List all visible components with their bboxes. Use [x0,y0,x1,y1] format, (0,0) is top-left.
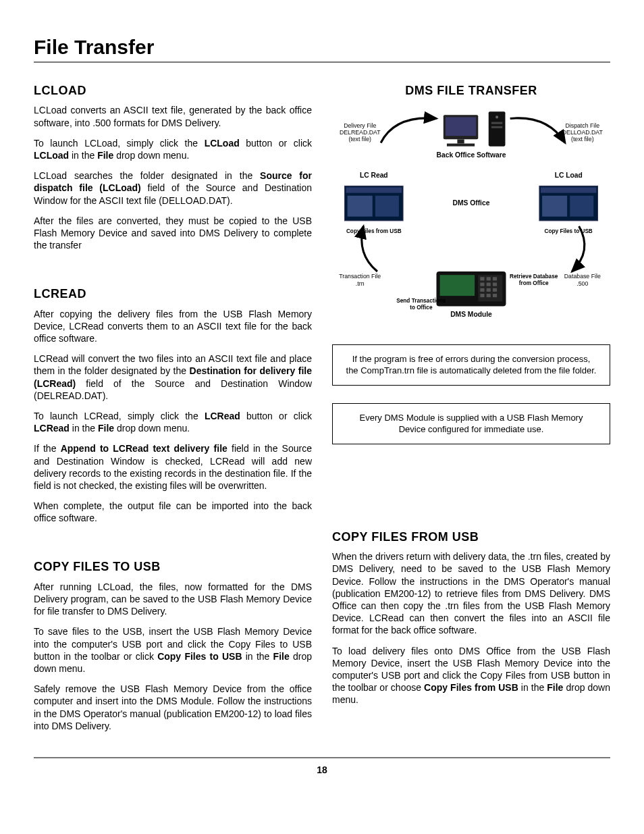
svg-rect-25 [480,288,484,292]
back-office-label: Back Office Software [437,152,506,159]
copy-from-heading: COPY FILES FROM USB [332,529,610,545]
delivery-file-l3: (text file) [348,136,371,143]
svg-rect-23 [487,283,491,286]
dms-module-label: DMS Module [450,311,492,318]
svg-rect-2 [457,140,464,144]
svg-rect-9 [346,188,402,193]
svg-rect-26 [487,288,491,292]
lcread-p4: If the Append to LCRead text delivery fi… [34,442,312,492]
lcload-p3: LCLoad searches the folder designated in… [34,170,312,207]
copy-from-usb-label: Copy Files from USB [346,229,402,235]
right-column: DMS FILE TRANSFER Back Office Software [332,83,610,740]
delivery-file-l1: Delivery File [344,122,376,129]
lcread-heading: LCREAD [34,286,312,302]
svg-rect-7 [491,126,502,128]
note-box-2: Every DMS Module is supplied with a USB … [332,403,610,444]
transaction-l1: Transaction File [339,273,381,280]
lcread-p1: After copying the delivery files from th… [34,308,312,345]
dms-transfer-diagram: Back Office Software Delivery File DELRE… [332,108,610,323]
svg-rect-22 [480,283,484,286]
copy-to-p2: To save files to the USB, insert the USB… [34,625,312,675]
svg-rect-19 [480,278,484,281]
svg-rect-21 [493,278,497,281]
svg-point-5 [495,116,498,119]
copy-to-p1: After running LCLoad, the files, now for… [34,581,312,618]
svg-rect-29 [487,294,491,297]
dispatch-file-l3: (text file) [571,136,594,143]
svg-rect-27 [493,288,497,292]
svg-rect-20 [487,278,491,281]
svg-rect-6 [491,122,502,124]
svg-rect-10 [348,196,373,217]
retrieve-l1: Retrieve Database [510,274,558,280]
two-column-layout: LCLOAD LCLoad converts an ASCII text fil… [34,83,610,740]
copy-from-p1: When the drivers return with delivery da… [332,550,610,636]
page-number: 18 [34,757,610,776]
copy-to-p3: Safely remove the USB Flash Memory Devic… [34,683,312,732]
lcread-p2: LCRead will convert the two files into a… [34,353,312,402]
page-title: File Transfer [34,34,610,63]
svg-rect-1 [446,118,476,136]
copy-to-heading: COPY FILES TO USB [34,559,312,575]
svg-rect-15 [570,196,593,217]
database-l2: .500 [576,280,588,287]
svg-rect-11 [375,196,399,217]
transaction-l2: .trn [356,280,365,287]
svg-rect-3 [447,144,475,147]
dms-transfer-heading: DMS FILE TRANSFER [332,83,610,99]
svg-rect-30 [493,294,497,297]
lcload-p1: LCLoad converts an ASCII text file, gene… [34,104,312,128]
svg-rect-13 [541,188,596,193]
left-column: LCLOAD LCLoad converts an ASCII text fil… [34,83,312,740]
lcread-p3: To launch LCRead, simply click the LCRea… [34,410,312,434]
dispatch-file-l2: DELLOAD.DAT [562,130,603,136]
dispatch-file-l1: Dispatch File [566,122,600,129]
svg-rect-14 [542,196,567,217]
note-box-1: If the program is free of errors during … [332,344,610,386]
dms-office-label: DMS Office [453,200,490,207]
lcload-heading: LCLOAD [34,83,312,99]
lc-load-label: LC Load [555,172,583,179]
send-l1: Send Transactions [396,298,446,305]
copy-from-p2: To load delivery files onto DMS Office f… [332,645,610,706]
lcload-p2: To launch LCLoad, simply click the LCLoa… [34,137,312,161]
lcread-p5: When complete, the output file can be im… [34,500,312,524]
database-l1: Database File [564,273,601,280]
retrieve-l2: from Office [519,280,549,286]
delivery-file-l2: DELREAD.DAT [340,130,381,136]
svg-rect-24 [493,283,497,286]
send-l2: to Office [410,305,433,311]
svg-rect-17 [440,276,475,296]
copy-to-usb-label: Copy Files to USB [545,229,593,235]
lcload-p4: After the files are converted, they must… [34,215,312,252]
svg-rect-28 [480,294,484,297]
lc-read-label: LC Read [360,172,388,179]
